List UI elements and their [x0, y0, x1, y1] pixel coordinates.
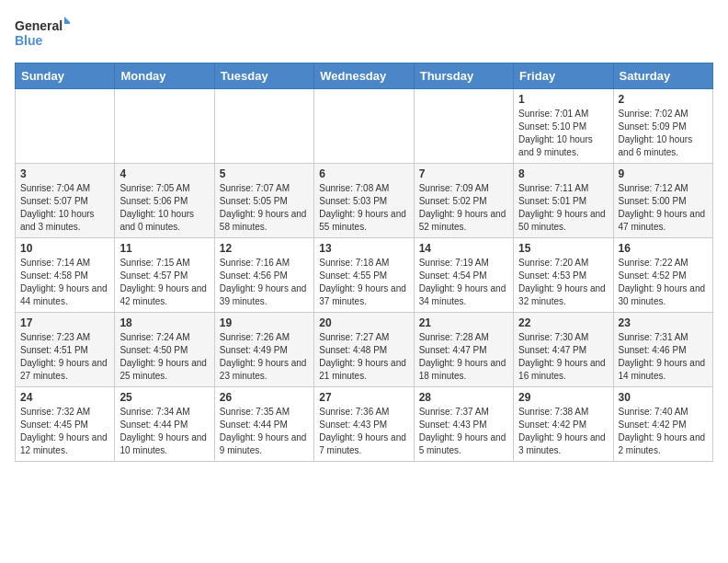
calendar-day-cell: 18Sunrise: 7:24 AM Sunset: 4:50 PM Dayli… — [115, 313, 214, 387]
weekday-header-cell: Thursday — [414, 63, 513, 89]
day-info: Sunrise: 7:36 AM Sunset: 4:43 PM Dayligh… — [319, 406, 408, 457]
day-number: 4 — [119, 167, 209, 180]
day-number: 5 — [220, 167, 309, 180]
day-info: Sunrise: 7:04 AM Sunset: 5:07 PM Dayligh… — [20, 182, 109, 234]
day-info: Sunrise: 7:22 AM Sunset: 4:52 PM Dayligh… — [619, 257, 708, 308]
svg-marker-2 — [64, 17, 70, 24]
weekday-header-cell: Tuesday — [214, 63, 313, 89]
weekday-header-row: SundayMondayTuesdayWednesdayThursdayFrid… — [16, 63, 713, 89]
day-number: 22 — [518, 316, 608, 329]
calendar-day-cell: 5Sunrise: 7:07 AM Sunset: 5:05 PM Daylig… — [214, 164, 313, 238]
day-number: 26 — [220, 391, 309, 404]
day-info: Sunrise: 7:07 AM Sunset: 5:05 PM Dayligh… — [220, 182, 309, 234]
calendar-day-cell: 27Sunrise: 7:36 AM Sunset: 4:43 PM Dayli… — [314, 387, 414, 462]
svg-text:Blue: Blue — [15, 33, 43, 48]
day-number: 9 — [619, 167, 708, 180]
day-number: 3 — [20, 167, 109, 180]
calendar-day-cell — [414, 89, 513, 164]
calendar-day-cell: 9Sunrise: 7:12 AM Sunset: 5:00 PM Daylig… — [613, 164, 712, 238]
day-info: Sunrise: 7:37 AM Sunset: 4:43 PM Dayligh… — [419, 406, 508, 457]
calendar-day-cell: 6Sunrise: 7:08 AM Sunset: 5:03 PM Daylig… — [314, 164, 414, 238]
day-info: Sunrise: 7:24 AM Sunset: 4:50 PM Dayligh… — [119, 331, 209, 383]
day-number: 17 — [20, 316, 109, 329]
calendar-day-cell — [115, 89, 214, 164]
calendar-day-cell: 10Sunrise: 7:14 AM Sunset: 4:58 PM Dayli… — [16, 238, 115, 313]
day-info: Sunrise: 7:40 AM Sunset: 4:42 PM Dayligh… — [619, 406, 708, 457]
day-number: 15 — [518, 242, 608, 255]
calendar-day-cell: 20Sunrise: 7:27 AM Sunset: 4:48 PM Dayli… — [314, 313, 414, 387]
calendar-day-cell: 17Sunrise: 7:23 AM Sunset: 4:51 PM Dayli… — [16, 313, 115, 387]
day-number: 29 — [518, 391, 608, 404]
day-info: Sunrise: 7:27 AM Sunset: 4:48 PM Dayligh… — [319, 331, 408, 383]
day-number: 12 — [220, 242, 309, 255]
day-number: 19 — [220, 316, 309, 329]
day-number: 16 — [619, 242, 708, 255]
day-number: 27 — [319, 391, 408, 404]
day-number: 21 — [419, 316, 508, 329]
day-number: 23 — [619, 316, 708, 329]
calendar-day-cell: 13Sunrise: 7:18 AM Sunset: 4:55 PM Dayli… — [314, 238, 414, 313]
calendar-week-row: 3Sunrise: 7:04 AM Sunset: 5:07 PM Daylig… — [16, 164, 713, 238]
day-number: 1 — [518, 93, 608, 106]
calendar-day-cell: 25Sunrise: 7:34 AM Sunset: 4:44 PM Dayli… — [115, 387, 214, 462]
day-info: Sunrise: 7:18 AM Sunset: 4:55 PM Dayligh… — [319, 257, 408, 308]
calendar-week-row: 10Sunrise: 7:14 AM Sunset: 4:58 PM Dayli… — [16, 238, 713, 313]
weekday-header-cell: Sunday — [16, 63, 115, 89]
day-info: Sunrise: 7:15 AM Sunset: 4:57 PM Dayligh… — [119, 257, 209, 308]
day-info: Sunrise: 7:02 AM Sunset: 5:09 PM Dayligh… — [619, 108, 708, 159]
day-info: Sunrise: 7:20 AM Sunset: 4:53 PM Dayligh… — [518, 257, 608, 308]
day-info: Sunrise: 7:19 AM Sunset: 4:54 PM Dayligh… — [419, 257, 508, 308]
calendar-day-cell: 23Sunrise: 7:31 AM Sunset: 4:46 PM Dayli… — [613, 313, 712, 387]
day-info: Sunrise: 7:32 AM Sunset: 4:45 PM Dayligh… — [20, 406, 109, 457]
weekday-header-cell: Friday — [514, 63, 613, 89]
calendar-day-cell: 30Sunrise: 7:40 AM Sunset: 4:42 PM Dayli… — [613, 387, 712, 462]
calendar-day-cell: 2Sunrise: 7:02 AM Sunset: 5:09 PM Daylig… — [613, 89, 712, 164]
day-info: Sunrise: 7:11 AM Sunset: 5:01 PM Dayligh… — [518, 182, 608, 234]
svg-text:General: General — [15, 18, 63, 33]
calendar-day-cell: 16Sunrise: 7:22 AM Sunset: 4:52 PM Dayli… — [613, 238, 712, 313]
calendar-day-cell — [214, 89, 313, 164]
calendar-day-cell: 11Sunrise: 7:15 AM Sunset: 4:57 PM Dayli… — [115, 238, 214, 313]
day-number: 30 — [619, 391, 708, 404]
calendar-week-row: 17Sunrise: 7:23 AM Sunset: 4:51 PM Dayli… — [16, 313, 713, 387]
calendar-day-cell — [314, 89, 414, 164]
day-info: Sunrise: 7:28 AM Sunset: 4:47 PM Dayligh… — [419, 331, 508, 383]
calendar-day-cell: 28Sunrise: 7:37 AM Sunset: 4:43 PM Dayli… — [414, 387, 513, 462]
day-info: Sunrise: 7:12 AM Sunset: 5:00 PM Dayligh… — [619, 182, 708, 234]
day-info: Sunrise: 7:34 AM Sunset: 4:44 PM Dayligh… — [119, 406, 209, 457]
calendar-day-cell: 8Sunrise: 7:11 AM Sunset: 5:01 PM Daylig… — [514, 164, 613, 238]
logo-svg: General Blue — [15, 15, 70, 52]
calendar-day-cell: 29Sunrise: 7:38 AM Sunset: 4:42 PM Dayli… — [514, 387, 613, 462]
calendar-table: SundayMondayTuesdayWednesdayThursdayFrid… — [15, 63, 713, 462]
day-info: Sunrise: 7:23 AM Sunset: 4:51 PM Dayligh… — [20, 331, 109, 383]
day-number: 8 — [518, 167, 608, 180]
calendar-day-cell: 14Sunrise: 7:19 AM Sunset: 4:54 PM Dayli… — [414, 238, 513, 313]
day-number: 18 — [119, 316, 209, 329]
day-info: Sunrise: 7:30 AM Sunset: 4:47 PM Dayligh… — [518, 331, 608, 383]
day-number: 2 — [619, 93, 708, 106]
day-number: 6 — [319, 167, 408, 180]
day-info: Sunrise: 7:09 AM Sunset: 5:02 PM Dayligh… — [419, 182, 508, 234]
calendar-day-cell: 24Sunrise: 7:32 AM Sunset: 4:45 PM Dayli… — [16, 387, 115, 462]
weekday-header-cell: Monday — [115, 63, 214, 89]
day-info: Sunrise: 7:35 AM Sunset: 4:44 PM Dayligh… — [220, 406, 309, 457]
calendar-day-cell: 21Sunrise: 7:28 AM Sunset: 4:47 PM Dayli… — [414, 313, 513, 387]
calendar-day-cell: 19Sunrise: 7:26 AM Sunset: 4:49 PM Dayli… — [214, 313, 313, 387]
calendar-day-cell: 22Sunrise: 7:30 AM Sunset: 4:47 PM Dayli… — [514, 313, 613, 387]
calendar-day-cell: 12Sunrise: 7:16 AM Sunset: 4:56 PM Dayli… — [214, 238, 313, 313]
day-info: Sunrise: 7:05 AM Sunset: 5:06 PM Dayligh… — [119, 182, 209, 234]
calendar-day-cell: 4Sunrise: 7:05 AM Sunset: 5:06 PM Daylig… — [115, 164, 214, 238]
day-number: 13 — [319, 242, 408, 255]
calendar-day-cell — [16, 89, 115, 164]
weekday-header-cell: Saturday — [613, 63, 712, 89]
calendar-day-cell: 15Sunrise: 7:20 AM Sunset: 4:53 PM Dayli… — [514, 238, 613, 313]
calendar-body: 1Sunrise: 7:01 AM Sunset: 5:10 PM Daylig… — [16, 89, 713, 462]
calendar-day-cell: 26Sunrise: 7:35 AM Sunset: 4:44 PM Dayli… — [214, 387, 313, 462]
day-number: 10 — [20, 242, 109, 255]
calendar-day-cell: 7Sunrise: 7:09 AM Sunset: 5:02 PM Daylig… — [414, 164, 513, 238]
logo: General Blue — [15, 15, 70, 52]
day-info: Sunrise: 7:08 AM Sunset: 5:03 PM Dayligh… — [319, 182, 408, 234]
calendar-week-row: 1Sunrise: 7:01 AM Sunset: 5:10 PM Daylig… — [16, 89, 713, 164]
day-info: Sunrise: 7:38 AM Sunset: 4:42 PM Dayligh… — [518, 406, 608, 457]
weekday-header-cell: Wednesday — [314, 63, 414, 89]
